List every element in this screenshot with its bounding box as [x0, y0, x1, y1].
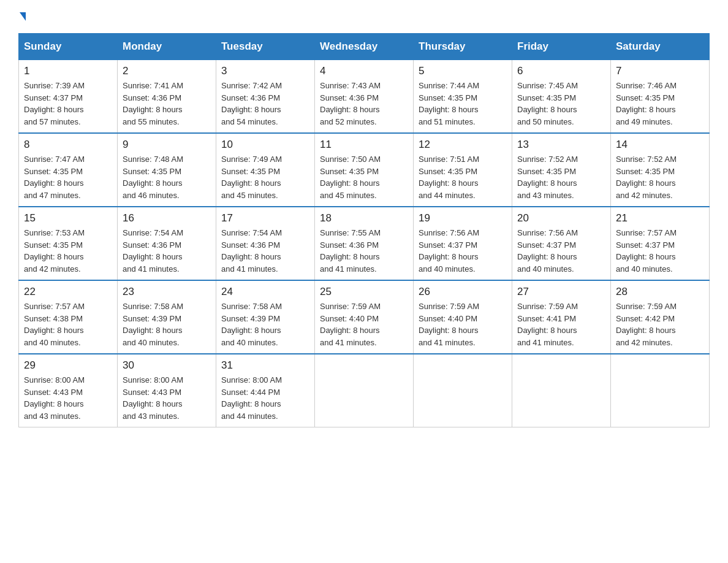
calendar-cell: 9 Sunrise: 7:48 AM Sunset: 4:35 PM Dayli… — [118, 133, 216, 207]
calendar-cell: 27 Sunrise: 7:59 AM Sunset: 4:41 PM Dayl… — [512, 280, 611, 354]
calendar-cell: 3 Sunrise: 7:42 AM Sunset: 4:36 PM Dayli… — [216, 59, 315, 133]
calendar-cell: 7 Sunrise: 7:46 AM Sunset: 4:35 PM Dayli… — [611, 59, 710, 133]
day-info: Sunrise: 7:54 AM Sunset: 4:36 PM Dayligh… — [123, 227, 211, 275]
day-info: Sunrise: 7:52 AM Sunset: 4:35 PM Dayligh… — [517, 153, 605, 201]
calendar-cell: 4 Sunrise: 7:43 AM Sunset: 4:36 PM Dayli… — [315, 59, 414, 133]
calendar-week-row: 15 Sunrise: 7:53 AM Sunset: 4:35 PM Dayl… — [19, 207, 710, 280]
calendar-cell: 25 Sunrise: 7:59 AM Sunset: 4:40 PM Dayl… — [315, 280, 414, 354]
calendar-cell: 12 Sunrise: 7:51 AM Sunset: 4:35 PM Dayl… — [414, 133, 512, 207]
calendar-week-row: 29 Sunrise: 8:00 AM Sunset: 4:43 PM Dayl… — [19, 354, 710, 427]
day-info: Sunrise: 8:00 AM Sunset: 4:43 PM Dayligh… — [123, 374, 211, 422]
day-info: Sunrise: 7:44 AM Sunset: 4:35 PM Dayligh… — [419, 80, 507, 128]
day-number: 8 — [24, 139, 112, 151]
day-info: Sunrise: 8:00 AM Sunset: 4:44 PM Dayligh… — [221, 374, 309, 422]
calendar-cell: 14 Sunrise: 7:52 AM Sunset: 4:35 PM Dayl… — [611, 133, 710, 207]
calendar-cell: 22 Sunrise: 7:57 AM Sunset: 4:38 PM Dayl… — [19, 280, 118, 354]
day-number: 21 — [616, 212, 704, 224]
calendar-cell: 11 Sunrise: 7:50 AM Sunset: 4:35 PM Dayl… — [315, 133, 414, 207]
day-number: 7 — [616, 65, 704, 77]
day-number: 31 — [221, 359, 309, 372]
day-info: Sunrise: 7:51 AM Sunset: 4:35 PM Dayligh… — [419, 153, 507, 201]
column-header-monday: Monday — [118, 34, 216, 59]
calendar-cell: 15 Sunrise: 7:53 AM Sunset: 4:35 PM Dayl… — [19, 207, 118, 280]
calendar-cell: 5 Sunrise: 7:44 AM Sunset: 4:35 PM Dayli… — [414, 59, 512, 133]
calendar-cell — [315, 354, 414, 427]
day-info: Sunrise: 7:56 AM Sunset: 4:37 PM Dayligh… — [517, 227, 605, 275]
day-info: Sunrise: 7:55 AM Sunset: 4:36 PM Dayligh… — [320, 227, 408, 275]
day-number: 16 — [123, 212, 211, 224]
day-number: 24 — [221, 286, 309, 298]
column-header-thursday: Thursday — [414, 34, 512, 59]
day-number: 22 — [24, 286, 112, 298]
day-number: 5 — [419, 65, 507, 77]
day-number: 27 — [517, 286, 605, 298]
day-number: 18 — [320, 212, 408, 224]
calendar-week-row: 8 Sunrise: 7:47 AM Sunset: 4:35 PM Dayli… — [19, 133, 710, 207]
day-number: 20 — [517, 212, 605, 224]
calendar-cell: 24 Sunrise: 7:58 AM Sunset: 4:39 PM Dayl… — [216, 280, 315, 354]
calendar-week-row: 22 Sunrise: 7:57 AM Sunset: 4:38 PM Dayl… — [19, 280, 710, 354]
column-header-sunday: Sunday — [19, 34, 118, 59]
column-header-friday: Friday — [512, 34, 611, 59]
calendar-cell: 2 Sunrise: 7:41 AM Sunset: 4:36 PM Dayli… — [118, 59, 216, 133]
day-number: 1 — [24, 65, 112, 77]
day-number: 2 — [123, 65, 211, 77]
calendar-cell: 17 Sunrise: 7:54 AM Sunset: 4:36 PM Dayl… — [216, 207, 315, 280]
day-info: Sunrise: 7:57 AM Sunset: 4:38 PM Dayligh… — [24, 301, 112, 348]
day-info: Sunrise: 7:45 AM Sunset: 4:35 PM Dayligh… — [517, 80, 605, 128]
day-info: Sunrise: 7:48 AM Sunset: 4:35 PM Dayligh… — [123, 153, 211, 201]
day-info: Sunrise: 7:43 AM Sunset: 4:36 PM Dayligh… — [320, 80, 408, 128]
column-header-wednesday: Wednesday — [315, 34, 414, 59]
calendar-cell: 8 Sunrise: 7:47 AM Sunset: 4:35 PM Dayli… — [19, 133, 118, 207]
calendar-cell: 21 Sunrise: 7:57 AM Sunset: 4:37 PM Dayl… — [611, 207, 710, 280]
calendar-cell: 13 Sunrise: 7:52 AM Sunset: 4:35 PM Dayl… — [512, 133, 611, 207]
calendar-week-row: 1 Sunrise: 7:39 AM Sunset: 4:37 PM Dayli… — [19, 59, 710, 133]
day-number: 10 — [221, 139, 309, 151]
day-number: 11 — [320, 139, 408, 151]
logo — [18, 12, 26, 21]
day-number: 29 — [24, 359, 112, 372]
day-number: 4 — [320, 65, 408, 77]
day-info: Sunrise: 7:58 AM Sunset: 4:39 PM Dayligh… — [123, 301, 211, 348]
day-info: Sunrise: 7:47 AM Sunset: 4:35 PM Dayligh… — [24, 153, 112, 201]
day-number: 25 — [320, 286, 408, 298]
calendar-cell — [512, 354, 611, 427]
day-info: Sunrise: 7:58 AM Sunset: 4:39 PM Dayligh… — [221, 301, 309, 348]
day-info: Sunrise: 7:59 AM Sunset: 4:40 PM Dayligh… — [419, 301, 507, 348]
day-number: 19 — [419, 212, 507, 224]
day-number: 15 — [24, 212, 112, 224]
day-number: 17 — [221, 212, 309, 224]
column-header-tuesday: Tuesday — [216, 34, 315, 59]
day-number: 26 — [419, 286, 507, 298]
page-header — [18, 12, 710, 21]
logo-arrow-icon — [20, 12, 26, 21]
day-number: 6 — [517, 65, 605, 77]
day-info: Sunrise: 7:50 AM Sunset: 4:35 PM Dayligh… — [320, 153, 408, 201]
day-info: Sunrise: 7:59 AM Sunset: 4:40 PM Dayligh… — [320, 301, 408, 348]
day-number: 13 — [517, 139, 605, 151]
calendar-cell: 18 Sunrise: 7:55 AM Sunset: 4:36 PM Dayl… — [315, 207, 414, 280]
day-info: Sunrise: 7:42 AM Sunset: 4:36 PM Dayligh… — [221, 80, 309, 128]
day-number: 23 — [123, 286, 211, 298]
calendar-cell: 31 Sunrise: 8:00 AM Sunset: 4:44 PM Dayl… — [216, 354, 315, 427]
calendar-header-row: SundayMondayTuesdayWednesdayThursdayFrid… — [19, 34, 710, 59]
day-info: Sunrise: 7:59 AM Sunset: 4:42 PM Dayligh… — [616, 301, 704, 348]
day-info: Sunrise: 7:54 AM Sunset: 4:36 PM Dayligh… — [221, 227, 309, 275]
day-info: Sunrise: 7:57 AM Sunset: 4:37 PM Dayligh… — [616, 227, 704, 275]
calendar-cell: 1 Sunrise: 7:39 AM Sunset: 4:37 PM Dayli… — [19, 59, 118, 133]
calendar-cell: 30 Sunrise: 8:00 AM Sunset: 4:43 PM Dayl… — [118, 354, 216, 427]
day-info: Sunrise: 7:53 AM Sunset: 4:35 PM Dayligh… — [24, 227, 112, 275]
day-info: Sunrise: 7:46 AM Sunset: 4:35 PM Dayligh… — [616, 80, 704, 128]
calendar-cell: 29 Sunrise: 8:00 AM Sunset: 4:43 PM Dayl… — [19, 354, 118, 427]
day-info: Sunrise: 7:39 AM Sunset: 4:37 PM Dayligh… — [24, 80, 112, 128]
calendar-cell: 23 Sunrise: 7:58 AM Sunset: 4:39 PM Dayl… — [118, 280, 216, 354]
calendar-cell: 26 Sunrise: 7:59 AM Sunset: 4:40 PM Dayl… — [414, 280, 512, 354]
calendar-table: SundayMondayTuesdayWednesdayThursdayFrid… — [18, 33, 710, 427]
day-info: Sunrise: 7:56 AM Sunset: 4:37 PM Dayligh… — [419, 227, 507, 275]
calendar-cell: 20 Sunrise: 7:56 AM Sunset: 4:37 PM Dayl… — [512, 207, 611, 280]
calendar-cell: 10 Sunrise: 7:49 AM Sunset: 4:35 PM Dayl… — [216, 133, 315, 207]
calendar-cell: 16 Sunrise: 7:54 AM Sunset: 4:36 PM Dayl… — [118, 207, 216, 280]
day-number: 14 — [616, 139, 704, 151]
calendar-cell: 19 Sunrise: 7:56 AM Sunset: 4:37 PM Dayl… — [414, 207, 512, 280]
calendar-cell: 6 Sunrise: 7:45 AM Sunset: 4:35 PM Dayli… — [512, 59, 611, 133]
